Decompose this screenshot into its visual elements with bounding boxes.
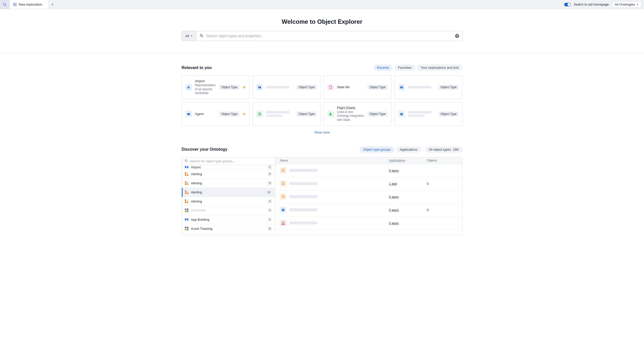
table-rows: 0 apps1 app00 apps0 apps00 apps (275, 164, 462, 235)
card-flight-slate[interactable]: Flight [Slate] Used to test Ontology int… (324, 102, 391, 126)
star-icon[interactable]: ★ (242, 112, 246, 116)
cube-icon (398, 111, 405, 117)
group-name (191, 209, 265, 212)
group-item[interactable]: Alerting3 (182, 197, 275, 206)
row-apps: 0 apps (389, 195, 427, 199)
card-slate-file[interactable]: Slate file Object Type (324, 75, 391, 99)
group-name: Alerting (191, 172, 265, 176)
group-search (182, 157, 275, 165)
multi-grid-icon (185, 209, 188, 212)
blue-dots-icon (185, 166, 188, 168)
blue-dots-icon (185, 218, 188, 220)
table-row[interactable]: 0 apps (275, 164, 462, 177)
group-item[interactable]: App Building1 (182, 215, 275, 224)
group-item[interactable]: Airport1 (182, 165, 275, 170)
show-more-link[interactable]: Show more (314, 131, 330, 134)
row-objects: 0 (427, 182, 462, 186)
chevron-down-icon: ▼ (190, 35, 193, 37)
ontologies-dropdown[interactable]: All Ontologies ▼ (612, 1, 641, 8)
tab-new-exploration[interactable]: New exploration (10, 0, 49, 9)
group-list: Airport1Alerting3Alerting3Alerting12Aler… (182, 165, 275, 235)
card-title: Flight [Slate] (337, 106, 364, 110)
card-redacted[interactable]: Object Type (394, 102, 462, 126)
alert-grid-icon (185, 190, 188, 194)
card-airport[interactable]: Airport Representation of all airports w… (182, 75, 250, 99)
ontologies-dropdown-label: All Ontologies (615, 3, 635, 6)
group-item[interactable]: Alerting3 (182, 170, 275, 179)
card-agent[interactable]: Agent Object Type ★ (182, 102, 250, 126)
row-icon (280, 193, 286, 200)
row-icon (280, 220, 286, 226)
relevant-header: Relevant to you Recents Favorites Your e… (182, 64, 462, 71)
tab-favorites[interactable]: Favorites (394, 64, 415, 71)
col-objects: Objects (427, 159, 462, 162)
magnify-icon (3, 2, 7, 7)
col-applications: Applications (389, 159, 427, 162)
search-input[interactable] (206, 34, 453, 38)
discover-panel: Airport1Alerting3Alerting3Alerting12Aler… (182, 157, 462, 235)
alert-grid-icon (185, 199, 188, 203)
group-name: App Building (191, 218, 265, 221)
group-name: Airport (191, 165, 265, 169)
row-apps: 0 apps (389, 208, 427, 212)
topbar-left: New exploration + (0, 0, 56, 9)
search-bar: All ▼ ? (182, 31, 462, 41)
relevant-title: Relevant to you (182, 65, 212, 70)
card-redacted[interactable]: Object Type (253, 75, 320, 99)
table-header: Name Applications Objects (275, 157, 462, 164)
svg-point-3 (14, 4, 15, 5)
col-name: Name (275, 159, 389, 162)
alert-grid-icon (185, 181, 188, 185)
table-row[interactable]: 1 app0 (275, 177, 462, 190)
group-search-input[interactable] (190, 159, 273, 163)
tab-recents[interactable]: Recents (374, 64, 393, 71)
card-redacted[interactable]: Object Type (394, 75, 462, 99)
row-apps: 1 app (389, 182, 427, 186)
page: Welcome to Object Explorer All ▼ ? (182, 18, 462, 41)
table-row[interactable]: 0 apps (275, 217, 462, 230)
group-item[interactable]: Alerting3 (182, 179, 275, 188)
table-row[interactable]: 0 apps0 (275, 204, 462, 217)
app-home-button[interactable] (0, 0, 10, 9)
cube-icon (256, 84, 263, 91)
svg-point-8 (259, 114, 260, 115)
topbar-right: Switch to old homepage All Ontologies ▼ (564, 0, 644, 9)
recent-cards: Airport Representation of all airports w… (182, 75, 462, 126)
group-count: 12 (266, 190, 272, 194)
group-name: Asset Tracking (191, 227, 265, 231)
svg-line-6 (202, 36, 203, 37)
row-icon (280, 180, 286, 187)
multi-grid-icon (185, 227, 188, 230)
tab-applications[interactable]: Applications (396, 146, 421, 153)
tab-object-type-groups[interactable]: Object type groups (360, 146, 394, 153)
group-item[interactable]: Alerting12 (182, 188, 275, 197)
group-count: 1 (267, 165, 272, 169)
group-item[interactable]: 7 (182, 206, 275, 215)
object-type-badge: Object Type (438, 111, 459, 117)
group-item[interactable]: Asset Tracking6 (182, 224, 275, 233)
svg-line-4 (15, 5, 16, 5)
group-count: 1 (267, 217, 272, 221)
folder-icon (185, 111, 192, 117)
discover-table: Name Applications Objects 0 apps1 app00 … (275, 157, 462, 235)
card-title: Airport (195, 79, 216, 83)
discover-header: Discover your Ontology Object type group… (182, 146, 462, 153)
svg-rect-2 (14, 3, 16, 6)
tab-explorations[interactable]: Your explorations and lists (417, 64, 462, 71)
row-apps: 0 apps (389, 169, 427, 172)
cube-icon (398, 84, 405, 91)
homepage-switch[interactable] (564, 3, 571, 6)
object-type-badge: Object Type (219, 85, 239, 90)
star-icon[interactable]: ★ (242, 85, 246, 89)
card-desc: Used to test Ontology integration with S… (337, 110, 364, 122)
group-name: Alerting (191, 190, 263, 194)
object-type-badge: Object Type (367, 111, 388, 117)
tab-all-object-types[interactable]: All object types 15K (425, 146, 462, 153)
object-type-badge: Object Type (367, 85, 388, 90)
help-icon[interactable]: ? (455, 34, 459, 38)
add-tab-button[interactable]: + (49, 0, 56, 9)
group-name: Alerting (191, 199, 265, 203)
search-scope-dropdown[interactable]: All ▼ (182, 31, 196, 41)
table-row[interactable]: 0 apps (275, 190, 462, 204)
card-redacted[interactable]: Object Type (253, 102, 320, 126)
